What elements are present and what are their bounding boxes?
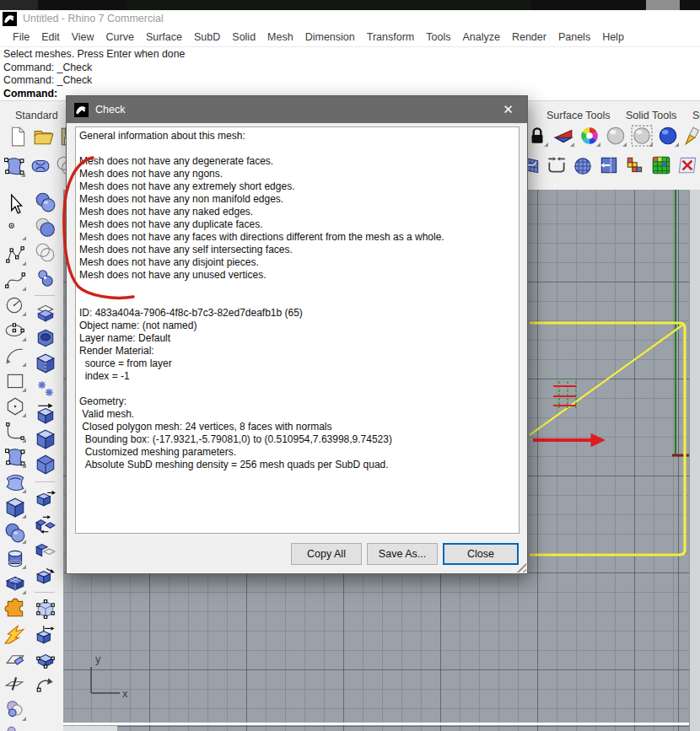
menu-dimension[interactable]: Dimension bbox=[299, 31, 361, 43]
group-icon[interactable] bbox=[4, 724, 26, 731]
sphere-icon[interactable] bbox=[4, 522, 26, 544]
explode-icon[interactable] bbox=[4, 623, 26, 645]
extrude-box-icon[interactable] bbox=[35, 352, 57, 374]
axis-label-x: x bbox=[122, 687, 128, 700]
solid-hex-icon[interactable] bbox=[35, 327, 57, 349]
boolean-intersection-icon[interactable] bbox=[35, 242, 57, 264]
control-points-on-icon[interactable] bbox=[3, 155, 25, 177]
curve-icon[interactable] bbox=[4, 269, 26, 291]
boolean-difference-icon[interactable] bbox=[35, 217, 57, 239]
split-icon[interactable] bbox=[4, 674, 26, 696]
cage-edit-icon[interactable] bbox=[35, 599, 57, 621]
extract-face-icon[interactable] bbox=[35, 564, 57, 586]
fillet-curve-icon[interactable] bbox=[4, 421, 26, 443]
strip-patch bbox=[0, 0, 38, 10]
circle-icon[interactable] bbox=[4, 294, 26, 316]
render-sphere-selected-icon[interactable] bbox=[631, 125, 653, 147]
mesh-clamp-icon[interactable] bbox=[546, 154, 568, 176]
shell-icon[interactable] bbox=[35, 539, 57, 561]
menu-render[interactable]: Render bbox=[506, 31, 552, 43]
menu-view[interactable]: View bbox=[66, 31, 100, 43]
mesh-color-grid-icon[interactable] bbox=[650, 154, 672, 176]
solid-tools-column bbox=[35, 191, 57, 696]
box-icon[interactable] bbox=[4, 497, 26, 519]
copy-all-button[interactable]: Copy All bbox=[291, 543, 362, 565]
menu-solid[interactable]: Solid bbox=[226, 31, 261, 43]
menu-help[interactable]: Help bbox=[596, 31, 630, 43]
menu-edit[interactable]: Edit bbox=[35, 31, 66, 43]
menu-tools[interactable]: Tools bbox=[420, 31, 456, 43]
color-wheel-icon[interactable] bbox=[579, 125, 600, 147]
dialog-button-row: Copy AllSave As...Close bbox=[291, 543, 519, 565]
tab-surface-tools[interactable]: Surface Tools bbox=[547, 110, 611, 121]
check-dialog-titlebar[interactable]: Check ✕ bbox=[67, 96, 527, 123]
explode-puzzle-icon[interactable] bbox=[4, 598, 26, 620]
rhino-dialog-icon bbox=[74, 103, 89, 117]
solid-points-icon[interactable] bbox=[35, 649, 57, 671]
polyline-icon[interactable] bbox=[4, 244, 26, 266]
menu-file[interactable]: File bbox=[7, 31, 35, 43]
tab-solid-tools[interactable]: Solid Tools bbox=[626, 110, 676, 121]
mesh-blocks-icon[interactable] bbox=[624, 154, 646, 176]
rectangle-icon[interactable] bbox=[4, 370, 26, 392]
arc-icon[interactable] bbox=[4, 345, 26, 367]
solid-hexbox-icon[interactable] bbox=[35, 454, 57, 476]
surface-points-icon[interactable] bbox=[4, 446, 26, 468]
ellipse-icon[interactable] bbox=[4, 320, 26, 341]
boolean-union-icon[interactable] bbox=[35, 191, 57, 213]
menu-panels[interactable]: Panels bbox=[552, 31, 596, 43]
cylinder-icon[interactable] bbox=[4, 547, 26, 569]
selected-mesh-diagonal[interactable] bbox=[530, 325, 683, 435]
extrude-along-curve-icon[interactable] bbox=[35, 403, 57, 425]
check-dialog-title: Check bbox=[95, 104, 489, 116]
toolbar-separator bbox=[35, 295, 55, 296]
menu-mesh[interactable]: Mesh bbox=[261, 31, 299, 43]
blend-icon[interactable] bbox=[4, 699, 26, 721]
right-edge-panel bbox=[689, 190, 700, 731]
cplane-axis-icon bbox=[91, 667, 120, 693]
close-icon[interactable]: ✕ bbox=[489, 96, 527, 123]
patch-surface-icon[interactable] bbox=[4, 471, 26, 493]
surface-pillow-icon[interactable] bbox=[30, 155, 51, 177]
material-sphere-icon[interactable] bbox=[657, 125, 679, 147]
render-sphere-icon[interactable] bbox=[605, 125, 627, 147]
viewport-tab-partial[interactable] bbox=[63, 726, 117, 731]
move-face-icon[interactable] bbox=[35, 488, 57, 510]
red-direction-arrow bbox=[533, 434, 605, 447]
mesh-check-report[interactable]: General information about this mesh: Mes… bbox=[75, 126, 520, 534]
lock-icon[interactable] bbox=[526, 125, 548, 147]
pointer-select-icon[interactable] bbox=[4, 193, 26, 215]
mesh-sphere-icon[interactable] bbox=[572, 154, 594, 176]
command-history-panel[interactable]: Select meshes. Press Enter when doneComm… bbox=[0, 47, 700, 101]
move-axis-icon[interactable] bbox=[35, 624, 57, 646]
shaded-mode-icon[interactable] bbox=[552, 125, 574, 147]
open-file-icon[interactable] bbox=[33, 126, 55, 148]
boolean-split-icon[interactable] bbox=[35, 267, 57, 289]
command-history-line: Command: _Check bbox=[3, 62, 700, 75]
solid-box-icon[interactable] bbox=[35, 428, 57, 450]
close-button[interactable]: Close bbox=[443, 543, 519, 565]
window-title: Untitled - Rhino 7 Commercial bbox=[23, 13, 164, 24]
command-history-line: Select meshes. Press Enter when done bbox=[3, 48, 700, 62]
rotate-solid-icon[interactable] bbox=[35, 675, 57, 696]
offset-face-icon[interactable] bbox=[35, 513, 57, 535]
save-as-button[interactable]: Save As... bbox=[367, 543, 438, 565]
extrude-surface-icon[interactable] bbox=[35, 302, 57, 324]
menu-analyze[interactable]: Analyze bbox=[456, 31, 505, 43]
trim-icon[interactable] bbox=[4, 648, 26, 670]
polygon-icon[interactable] bbox=[4, 395, 26, 417]
menu-subd[interactable]: SubD bbox=[188, 31, 226, 43]
menu-curve[interactable]: Curve bbox=[100, 31, 140, 43]
mesh-delete-icon[interactable] bbox=[676, 154, 698, 176]
new-file-icon[interactable] bbox=[7, 126, 29, 148]
menu-transform[interactable]: Transform bbox=[361, 31, 421, 43]
point-icon[interactable] bbox=[4, 218, 26, 240]
mesh-box-icon[interactable] bbox=[4, 572, 26, 594]
mesh-panel-icon[interactable] bbox=[598, 154, 620, 176]
tab-standard[interactable]: Standard bbox=[15, 110, 58, 121]
array-solid-icon[interactable] bbox=[35, 378, 57, 400]
tab-cut-off[interactable]: Su bbox=[692, 110, 700, 121]
annotate-flag-icon[interactable] bbox=[683, 125, 700, 147]
rhino-app-icon bbox=[3, 12, 17, 26]
menu-surface[interactable]: Surface bbox=[140, 31, 188, 43]
